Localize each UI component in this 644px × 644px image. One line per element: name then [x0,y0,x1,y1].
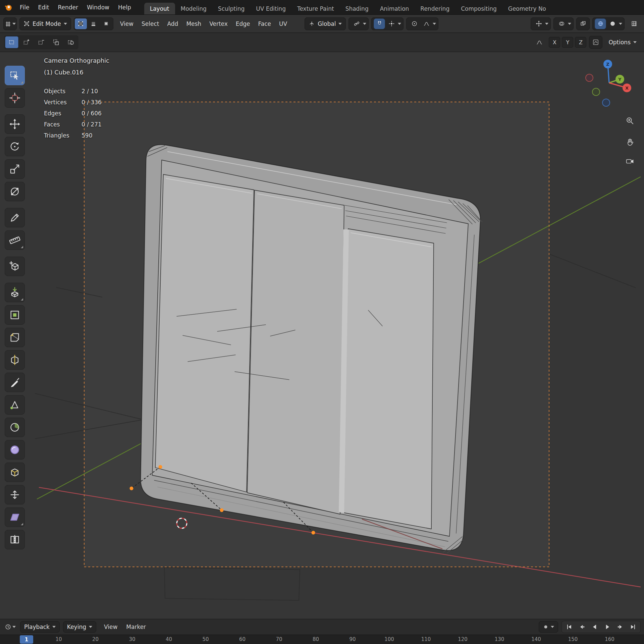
menu-file[interactable]: File [15,2,34,13]
rocker-right[interactable] [343,229,434,529]
header-menu-mesh[interactable]: Mesh [182,18,205,30]
tool-scale[interactable] [5,159,25,179]
shading-solid-button[interactable] [607,17,618,30]
next-keyframe-button[interactable] [614,622,626,632]
editor-corner-icon[interactable] [627,17,641,30]
keying-dropdown[interactable]: Keying [63,621,96,633]
jump-to-end-button[interactable] [627,622,639,632]
tool-rotate[interactable] [5,137,25,156]
tool-extrude-region[interactable] [5,283,25,302]
header-menu-face[interactable]: Face [254,18,275,30]
jump-to-start-button[interactable] [563,622,575,632]
zoom-button[interactable] [623,113,637,128]
frame-tick: 160 [605,636,614,642]
camera-view-button[interactable] [623,154,637,168]
tool-loop-cut[interactable] [5,350,25,370]
select-mode-invert-button[interactable] [49,36,63,48]
face-select-mode-button[interactable] [100,18,112,29]
menu-help[interactable]: Help [114,2,136,13]
show-overlays-dropdown[interactable] [556,17,567,30]
header-menu-view[interactable]: View [116,18,138,30]
tool-transform[interactable] [5,182,25,201]
proportional-graph-button[interactable] [589,36,602,49]
auto-keying-button[interactable] [539,621,558,633]
rocker-middle[interactable] [247,190,344,514]
show-gizmo-dropdown[interactable] [533,17,544,30]
header-menu-uv[interactable]: UV [275,18,291,30]
tool-shear[interactable] [5,507,25,527]
tool-select-box[interactable] [5,66,25,85]
blender-logo-icon[interactable] [3,2,14,13]
workspace-tab-animation[interactable]: Animation [374,3,415,15]
viewport-3d-canvas[interactable] [0,52,644,619]
workspace-tab-compositing[interactable]: Compositing [455,3,502,15]
current-frame-indicator[interactable]: 1 [20,635,33,644]
tool-bevel[interactable] [5,328,25,347]
menu-window[interactable]: Window [83,2,114,13]
xray-toggle[interactable] [576,17,590,30]
tool-cursor[interactable] [5,88,25,108]
tool-poly-build[interactable] [5,395,25,415]
gizmo-minus-x-ball[interactable] [586,74,593,82]
proportional-falloff-dropdown[interactable] [421,17,432,30]
tool-annotate[interactable] [5,208,25,227]
header-menu-add[interactable]: Add [163,18,182,30]
playback-dropdown[interactable]: Playback [20,621,60,633]
tool-move[interactable] [5,114,25,134]
workspace-tab-shading[interactable]: Shading [340,3,374,15]
workspace-tab-sculpting[interactable]: Sculpting [212,3,250,15]
snap-settings-dropdown[interactable] [386,17,397,30]
rocker-left[interactable] [155,174,254,492]
tool-edge-slide[interactable] [5,463,25,482]
workspace-tab-geometry-no[interactable]: Geometry No [502,3,552,15]
editor-type-button[interactable] [3,17,17,30]
workspace-tab-texture-paint[interactable]: Texture Paint [291,3,340,15]
snap-toggle[interactable] [374,18,385,29]
timeline-menu-view[interactable]: View [100,621,122,633]
pan-hand-button[interactable] [623,135,637,150]
menu-edit[interactable]: Edit [34,2,53,13]
tool-measure[interactable] [5,230,25,250]
workspace-tab-layout[interactable]: Layout [144,3,175,15]
options-dropdown[interactable]: Options [605,36,640,48]
tool-spin[interactable] [5,418,25,437]
frame-ruler[interactable]: 102030405060708090100110120130140150160 [0,635,644,644]
edge-select-mode-button[interactable] [88,18,100,29]
tool-shrink-fatten[interactable] [5,485,25,504]
mirror-axis-y-toggle[interactable]: Y [562,37,573,48]
tool-add-cube[interactable] [5,257,25,276]
select-mode-new-button[interactable] [5,36,18,48]
blender-window: FileEditRenderWindowHelp LayoutModelingS… [0,0,644,644]
mode-dropdown[interactable]: Edit Mode [19,17,71,30]
gizmo-minus-y-ball[interactable] [592,88,600,96]
transform-orientation-dropdown[interactable]: Global [305,17,346,30]
select-mode-intersect-button[interactable] [64,36,77,48]
pivot-point-dropdown[interactable] [351,17,362,30]
menu-render[interactable]: Render [53,2,83,13]
switch-model[interactable] [141,145,482,553]
gizmo-minus-z-ball[interactable] [602,99,610,106]
play-reverse-button[interactable] [589,622,601,632]
header-menu-vertex[interactable]: Vertex [205,18,232,30]
select-mode-extend-button[interactable] [20,36,33,48]
play-button[interactable] [601,622,613,632]
proportional-edit-toggle[interactable] [409,17,420,30]
tool-knife[interactable] [5,373,25,392]
workspace-tab-rendering[interactable]: Rendering [415,3,455,15]
timeline-menu-marker[interactable]: Marker [122,621,150,633]
shading-material-preview-button[interactable] [595,18,606,29]
header-menu-select[interactable]: Select [138,18,163,30]
tool-inset-faces[interactable] [5,305,25,325]
tool-smooth[interactable] [5,440,25,460]
select-mode-subtract-button[interactable] [35,36,48,48]
previous-keyframe-button[interactable] [576,622,588,632]
timeline-editor-type-button[interactable] [3,621,17,633]
mirror-axis-z-toggle[interactable]: Z [575,37,586,48]
workspace-tab-uv-editing[interactable]: UV Editing [250,3,291,15]
tool-rip-region[interactable] [5,530,25,549]
vertex-select-mode-button[interactable] [75,18,87,29]
workspace-tab-modeling[interactable]: Modeling [175,3,212,15]
mirror-axis-x-toggle[interactable]: X [549,37,560,48]
navigation-gizmo[interactable]: Z Y X [584,56,641,112]
header-menu-edge[interactable]: Edge [232,18,254,30]
